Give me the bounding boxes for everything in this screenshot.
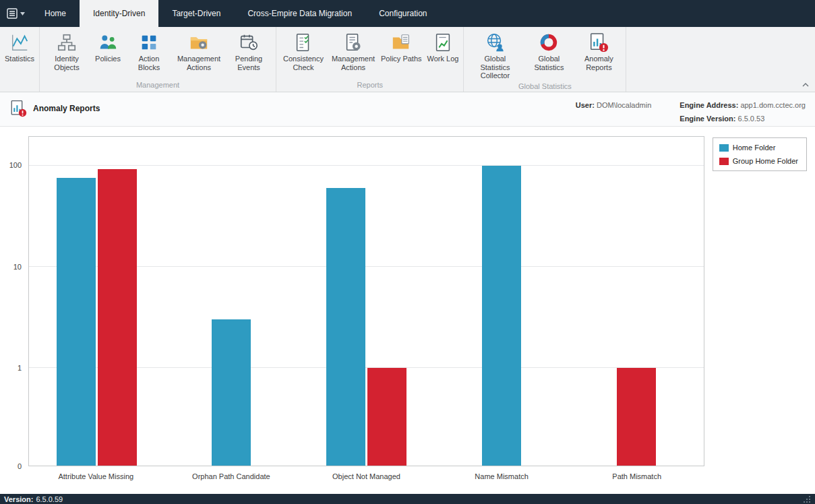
bar-object-not-managed-home-folder	[326, 188, 365, 466]
category-slot-orphan-path-candidate	[164, 137, 299, 466]
identity-objects-icon	[57, 32, 77, 53]
ribbon: StatisticsIdentity ObjectsPoliciesAction…	[0, 27, 815, 92]
bar-object-not-managed-group-home-folder	[367, 368, 406, 466]
user-info: User: DOM\localadmin	[576, 98, 652, 112]
x-tick-label-object-not-managed: Object Not Managed	[299, 471, 434, 480]
policies-icon	[98, 32, 118, 53]
menu-tab-home[interactable]: Home	[31, 0, 80, 27]
policies-button[interactable]: Policies	[92, 29, 124, 65]
work-log-icon	[433, 32, 453, 53]
ribbon-group-management: Identity ObjectsPoliciesAction BlocksMan…	[40, 27, 276, 92]
x-tick-label-orphan-path-candidate: Orphan Path Candidate	[164, 471, 299, 480]
ribbon-group-items: Global Statistics CollectorGlobal Statis…	[466, 29, 624, 82]
y-axis-labels: 0110100	[1, 136, 26, 466]
ribbon-button-label: Consistency Check	[281, 55, 326, 71]
ribbon-button-label: Policy Paths	[381, 55, 422, 63]
management-actions-button[interactable]: Management Actions	[174, 29, 224, 73]
bar-orphan-path-candidate-home-folder	[212, 319, 251, 466]
ribbon-group-reports: Consistency CheckManagement ActionsPolic…	[276, 27, 464, 92]
policy-paths-icon	[391, 32, 411, 53]
ribbon-group-items: Identity ObjectsPoliciesAction BlocksMan…	[42, 29, 274, 80]
ribbon-group-items: Statistics	[2, 29, 37, 88]
ribbon-button-label: Action Blocks	[127, 55, 171, 71]
menu-tab-cross-empire-data-migration[interactable]: Cross-Empire Data Migration	[234, 0, 365, 27]
ribbon-group-label: Reports	[278, 80, 461, 92]
global-statistics-button[interactable]: Global Statistics	[524, 29, 574, 73]
ribbon-button-label: Pending Events	[227, 55, 271, 71]
bar-attribute-value-missing-home-folder	[57, 178, 96, 466]
consistency-check-icon	[293, 32, 313, 53]
anomaly-reports-header-icon	[9, 100, 27, 117]
page-header: Anomaly Reports User: DOM\localadmin Eng…	[0, 92, 815, 127]
x-tick-label-name-mismatch: Name Mismatch	[434, 471, 570, 480]
menu-tab-identity-driven[interactable]: Identity-Driven	[80, 0, 158, 27]
global-statistics-collector-button[interactable]: Global Statistics Collector	[466, 29, 524, 82]
management-actions-report-icon	[343, 32, 363, 53]
y-tick-label: 0	[18, 462, 22, 470]
pending-events-icon	[239, 32, 259, 53]
app-window: HomeIdentity-DrivenTarget-DrivenCross-Em…	[0, 0, 815, 504]
ribbon-group-label	[2, 88, 37, 92]
global-statistics-collector-icon	[485, 32, 505, 53]
ribbon-button-label: Policies	[95, 55, 121, 63]
ribbon-button-label: Management Actions	[331, 55, 375, 71]
category-slot-name-mismatch	[434, 137, 569, 466]
legend-item-group-home-folder: Group Home Folder	[719, 157, 798, 165]
engine-version-label: Engine Version:	[680, 115, 735, 123]
status-bar: Version:6.5.0.59	[0, 494, 815, 504]
engine-version-row: Engine Version: 6.5.0.53	[680, 112, 806, 125]
ribbon-group-global-statistics: Global Statistics CollectorGlobal Statis…	[464, 27, 626, 92]
anomaly-reports-button[interactable]: Anomaly Reports	[574, 29, 624, 73]
legend-label: Group Home Folder	[733, 157, 798, 165]
ribbon-collapse-button[interactable]	[801, 81, 810, 89]
y-tick-label: 100	[9, 161, 22, 169]
statistics-button[interactable]: Statistics	[2, 29, 37, 65]
chart-area: 0110100 Attribute Value MissingOrphan Pa…	[0, 127, 815, 494]
engine-address-value: app1.dom.cctec.org	[740, 101, 806, 109]
app-menu-caret-icon	[20, 12, 25, 15]
version-label: Version:	[4, 495, 33, 503]
category-slot-path-mismatch	[569, 137, 704, 466]
work-log-button[interactable]: Work Log	[425, 29, 462, 65]
user-value: DOM\localadmin	[597, 101, 651, 109]
ribbon-button-label: Identity Objects	[44, 55, 89, 71]
ribbon-button-label: Work Log	[427, 55, 459, 63]
category-slot-object-not-managed	[299, 137, 433, 466]
legend-label: Home Folder	[733, 144, 776, 152]
engine-version-value: 6.5.0.53	[738, 115, 765, 123]
ribbon-groups: StatisticsIdentity ObjectsPoliciesAction…	[0, 27, 626, 92]
policy-paths-button[interactable]: Policy Paths	[378, 29, 425, 65]
menu-tab-configuration[interactable]: Configuration	[365, 0, 440, 27]
page-title: Anomaly Reports	[33, 104, 100, 113]
management-actions-report-button[interactable]: Management Actions	[328, 29, 378, 73]
plot-area	[28, 136, 704, 466]
x-tick-label-path-mismatch: Path Mismatch	[569, 471, 704, 480]
version-value: 6.5.0.59	[36, 495, 63, 503]
ribbon-button-label: Management Actions	[177, 55, 221, 71]
pending-events-button[interactable]: Pending Events	[224, 29, 274, 73]
chart-legend: Home FolderGroup Home Folder	[713, 137, 807, 171]
ribbon-group-label: Global Statistics	[466, 82, 624, 93]
x-tick-label-attribute-value-missing: Attribute Value Missing	[28, 471, 164, 480]
ribbon-group-statistics: Statistics	[0, 27, 40, 92]
consistency-check-button[interactable]: Consistency Check	[278, 29, 328, 73]
ribbon-button-label: Anomaly Reports	[576, 55, 621, 71]
ribbon-button-label: Global Statistics	[526, 55, 571, 71]
bar-name-mismatch-home-folder	[482, 166, 521, 466]
action-blocks-button[interactable]: Action Blocks	[124, 29, 174, 73]
resize-grip[interactable]	[803, 495, 811, 503]
app-menu-button[interactable]	[0, 0, 31, 27]
menu-tab-target-driven[interactable]: Target-Driven	[158, 0, 234, 27]
app-menu-icon	[7, 8, 18, 19]
bar-slots	[29, 137, 704, 466]
bar-path-mismatch-group-home-folder	[617, 368, 656, 466]
ribbon-button-label: Statistics	[5, 55, 34, 63]
global-statistics-icon	[539, 32, 559, 53]
engine-address-label: Engine Address:	[680, 101, 738, 109]
menu-bar: HomeIdentity-DrivenTarget-DrivenCross-Em…	[0, 0, 815, 27]
menu-tabs: HomeIdentity-DrivenTarget-DrivenCross-Em…	[31, 0, 441, 27]
ribbon-group-label: Management	[42, 80, 274, 92]
legend-swatch	[719, 158, 729, 165]
legend-swatch	[719, 144, 729, 152]
identity-objects-button[interactable]: Identity Objects	[42, 29, 92, 73]
